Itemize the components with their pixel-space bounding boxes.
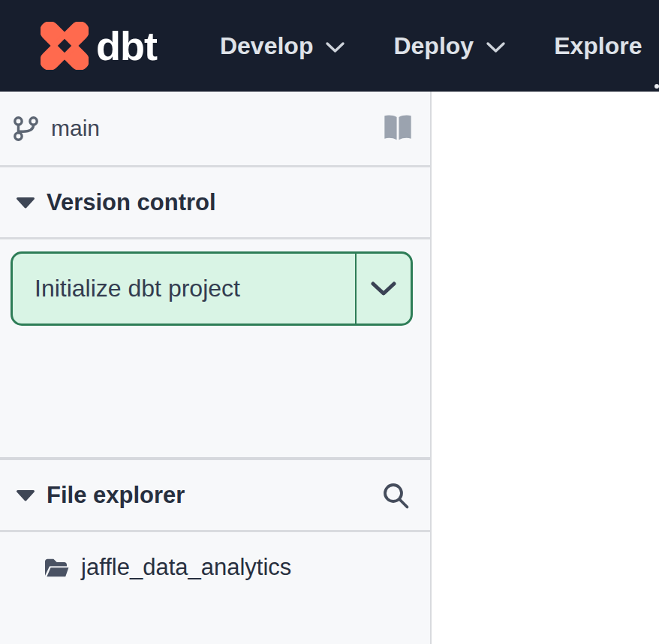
nav-item-deploy[interactable]: Deploy: [393, 32, 506, 60]
initialize-dbt-project-button[interactable]: Initialize dbt project: [13, 254, 355, 324]
open-book-icon: [382, 111, 414, 146]
file-tree-folder-jaffle-data-analytics[interactable]: jaffle_data_analytics: [0, 544, 430, 591]
search-icon: [379, 479, 412, 512]
dbt-logo-text: dbt: [96, 26, 164, 66]
file-explorer-title: File explorer: [47, 482, 185, 509]
caret-down-icon: [15, 196, 36, 209]
initialize-dbt-project-split-button: Initialize dbt project: [11, 251, 413, 326]
branch-name: main: [51, 116, 100, 141]
nav-item-explore-label: Explore: [554, 32, 642, 60]
initialize-dbt-project-label: Initialize dbt project: [35, 275, 240, 302]
git-branch-icon: [12, 115, 39, 142]
version-control-header[interactable]: Version control: [0, 167, 430, 239]
editor-empty-area: [433, 92, 659, 644]
nav-item-explore[interactable]: Explore: [554, 32, 642, 60]
chevron-down-icon: [325, 41, 345, 53]
chevron-down-icon: [369, 281, 398, 297]
dbt-logo-icon: [41, 22, 89, 70]
ide-sidebar: main Version control Initialize dbt proj…: [0, 92, 432, 644]
version-control-title: Version control: [47, 189, 216, 216]
logo-trademark-dot: [654, 84, 659, 89]
top-navigation-bar: dbt Develop Deploy Explore: [0, 0, 659, 92]
folder-open-icon: [44, 556, 71, 579]
branch-row: main: [0, 92, 430, 167]
nav-item-develop[interactable]: Develop: [220, 32, 345, 60]
initialize-options-toggle[interactable]: [355, 254, 411, 324]
file-explorer-header[interactable]: File explorer: [0, 460, 430, 532]
chevron-down-icon: [486, 41, 506, 53]
docs-button[interactable]: [382, 111, 414, 146]
caret-down-icon: [15, 489, 36, 502]
dbt-logo[interactable]: dbt: [41, 22, 164, 70]
nav-item-develop-label: Develop: [220, 32, 313, 60]
branch-selector[interactable]: main: [12, 115, 100, 142]
version-control-panel: Initialize dbt project: [0, 239, 430, 460]
folder-name: jaffle_data_analytics: [81, 554, 291, 581]
file-search-button[interactable]: [379, 479, 412, 512]
nav-item-deploy-label: Deploy: [393, 32, 474, 60]
main-menu: Develop Deploy Explore: [220, 32, 659, 60]
file-tree: jaffle_data_analytics: [0, 532, 430, 644]
